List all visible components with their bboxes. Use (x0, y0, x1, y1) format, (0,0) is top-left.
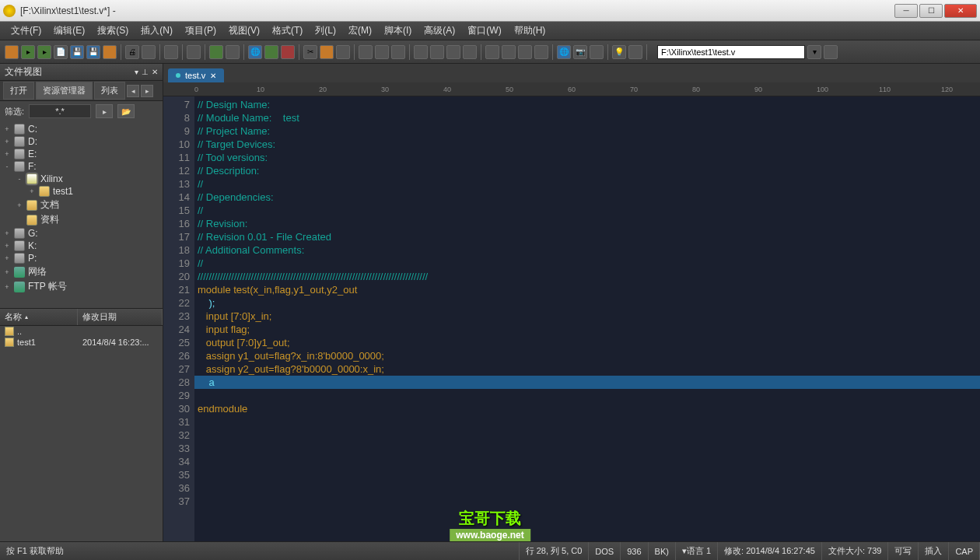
menu-item[interactable]: 搜索(S) (91, 23, 135, 39)
tree-node[interactable]: +test1 (0, 185, 163, 198)
toolbar-button[interactable] (209, 45, 223, 59)
path-input[interactable] (657, 45, 805, 59)
toolbar-button[interactable] (336, 45, 350, 59)
code-text[interactable]: // Design Name:// Module Name: test// Pr… (194, 96, 980, 541)
tree-node[interactable]: -F: (0, 160, 163, 173)
toolbar-button[interactable] (164, 45, 178, 59)
status-lang[interactable]: ▾ 语言 1 (676, 542, 718, 560)
toolbar-button[interactable] (485, 45, 499, 59)
menu-item[interactable]: 视图(V) (222, 23, 266, 39)
tab-scroll-left[interactable]: ◂ (127, 85, 139, 97)
status-readwrite[interactable]: 可写 (888, 542, 919, 560)
status-insert[interactable]: 插入 (919, 542, 949, 560)
toolbar-button[interactable] (414, 45, 428, 59)
toolbar-button[interactable]: ✂ (303, 45, 317, 59)
tab-open[interactable]: 打开 (3, 82, 34, 100)
tree-node[interactable]: +G: (0, 227, 163, 240)
maximize-button[interactable]: ☐ (919, 4, 943, 18)
toolbar-button[interactable]: 🖨 (125, 45, 139, 59)
menu-item[interactable]: 文件(F) (5, 23, 47, 39)
toolbar-button[interactable]: 🌐 (248, 45, 262, 59)
menu-item[interactable]: 项目(P) (179, 23, 222, 39)
path-field[interactable] (661, 47, 801, 57)
menu-item[interactable]: 脚本(I) (378, 23, 418, 39)
tree-node[interactable]: +网络 (0, 264, 163, 279)
toolbar-button[interactable] (264, 45, 278, 59)
code-area[interactable]: 7891011121314151617181920212223242526272… (163, 96, 980, 541)
toolbar-button[interactable] (590, 45, 604, 59)
panel-close-icon[interactable]: ✕ (152, 68, 158, 76)
filter-input[interactable] (29, 104, 91, 118)
toolbar-button[interactable]: 📄 (54, 45, 68, 59)
filter-label: 筛选: (5, 106, 24, 117)
toolbar-button[interactable] (430, 45, 444, 59)
toolbar-button[interactable]: 💾 (86, 45, 100, 59)
tree-node[interactable]: +P: (0, 252, 163, 264)
toolbar-button[interactable]: ▸ (37, 45, 51, 59)
tab-explorer[interactable]: 资源管理器 (36, 82, 93, 100)
menu-item[interactable]: 高级(A) (418, 23, 461, 39)
toolbar-button[interactable] (320, 45, 334, 59)
file-list[interactable]: ..test12014/8/4 16:23:... (0, 326, 163, 541)
column-date[interactable]: 修改日期 (78, 309, 163, 325)
title-bar: [F:\Xilinx\test1\test.v*] - ─ ☐ ✕ (0, 0, 980, 22)
close-tab-icon[interactable]: ✕ (210, 72, 216, 80)
minimize-button[interactable]: ─ (894, 4, 918, 18)
menu-item[interactable]: 宏(M) (342, 23, 378, 39)
menu-item[interactable]: 格式(T) (266, 23, 309, 39)
tree-node[interactable]: +FTP 帐号 (0, 279, 163, 294)
toolbar-button[interactable] (226, 45, 240, 59)
tree-node[interactable]: +D: (0, 135, 163, 148)
status-help: 按 F1 获取帮助 (0, 542, 520, 560)
tab-scroll-right[interactable]: ▸ (141, 85, 153, 97)
toolbar-button[interactable]: 📷 (573, 45, 587, 59)
toolbar-button[interactable] (375, 45, 389, 59)
status-codepage[interactable]: 936 (621, 542, 648, 560)
toolbar-button[interactable] (446, 45, 460, 59)
path-dropdown-button[interactable]: ▾ (807, 45, 821, 59)
toolbar-button[interactable]: 🌐 (557, 45, 571, 59)
modified-icon (176, 73, 180, 78)
editor-tab[interactable]: test.v ✕ (168, 68, 224, 82)
toolbar-button[interactable] (187, 45, 201, 59)
column-name[interactable]: 名称▴ (0, 309, 78, 325)
toolbar-button[interactable] (359, 45, 373, 59)
tree-node[interactable]: -Xilinx (0, 173, 163, 185)
toolbar-button[interactable] (628, 45, 642, 59)
filter-folder-button[interactable]: 📂 (117, 104, 135, 118)
toolbar-button[interactable] (502, 45, 516, 59)
tree-node[interactable]: +E: (0, 148, 163, 160)
filter-apply-button[interactable]: ▸ (96, 104, 113, 118)
tree-node[interactable]: 资料 (0, 212, 163, 227)
toolbar-button[interactable] (103, 45, 117, 59)
menu-item[interactable]: 列(L) (309, 23, 342, 39)
toolbar-button[interactable] (281, 45, 295, 59)
tree-node[interactable]: +文档 (0, 198, 163, 212)
menu-item[interactable]: 插入(N) (135, 23, 179, 39)
toolbar-button[interactable] (534, 45, 548, 59)
menu-item[interactable]: 帮助(H) (508, 23, 552, 39)
list-item[interactable]: test12014/8/4 16:23:... (0, 337, 163, 348)
status-dos[interactable]: DOS (589, 542, 621, 560)
path-go-button[interactable] (824, 45, 838, 59)
panel-pin-icon[interactable]: ⊥ (142, 68, 149, 76)
toolbar-button[interactable]: ▸ (21, 45, 35, 59)
status-encoding[interactable]: BK) (649, 542, 676, 560)
toolbar-button[interactable] (518, 45, 532, 59)
tab-list[interactable]: 列表 (94, 82, 125, 100)
toolbar-button[interactable] (142, 45, 156, 59)
toolbar-button[interactable]: 💡 (612, 45, 626, 59)
toolbar-button[interactable] (5, 45, 19, 59)
tree-node[interactable]: +C: (0, 123, 163, 135)
file-tree[interactable]: +C:+D:+E:-F:-Xilinx+test1+文档资料+G:+K:+P:+… (0, 121, 163, 308)
toolbar-button[interactable]: 💾 (70, 45, 84, 59)
panel-menu-icon[interactable]: ▾ (135, 68, 138, 76)
menu-item[interactable]: 编辑(E) (47, 23, 91, 39)
menu-item[interactable]: 窗口(W) (461, 23, 507, 39)
tree-node[interactable]: +K: (0, 240, 163, 252)
menu-bar: 文件(F)编辑(E)搜索(S)插入(N)项目(P)视图(V)格式(T)列(L)宏… (0, 22, 980, 40)
toolbar-button[interactable] (463, 45, 477, 59)
list-item[interactable]: .. (0, 326, 163, 337)
close-button[interactable]: ✕ (944, 4, 977, 18)
toolbar-button[interactable] (391, 45, 405, 59)
